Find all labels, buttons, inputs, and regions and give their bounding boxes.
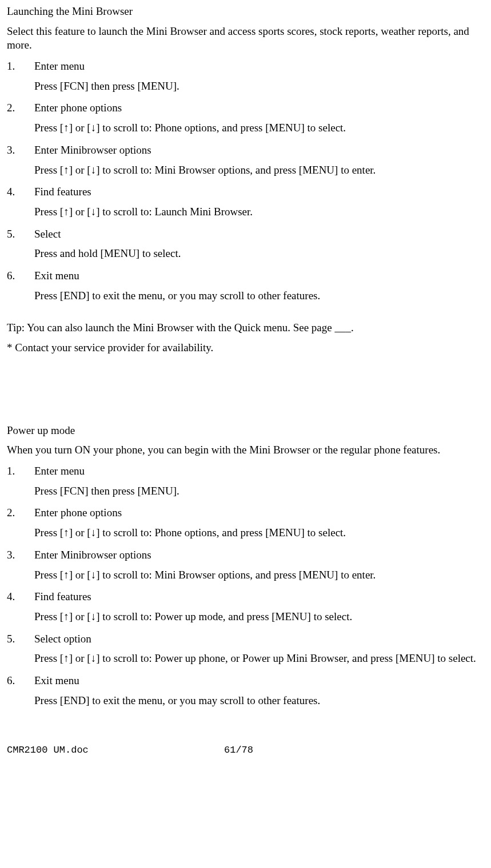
step-title: Enter phone options xyxy=(34,101,484,115)
step-item: 6. Exit menu Press [END] to exit the men… xyxy=(7,269,484,305)
step-item: 4. Find features Press [↑] or [↓] to scr… xyxy=(7,590,484,626)
step-desc: Press [↑] or [↓] to scroll to: Power up … xyxy=(34,652,484,666)
footnote-text: * Contact your service provider for avai… xyxy=(7,341,484,355)
step-desc: Press [FCN] then press [MENU]. xyxy=(34,79,484,94)
step-title: Exit menu xyxy=(34,269,484,283)
step-title: Exit menu xyxy=(34,674,484,688)
step-desc: Press [↑] or [↓] to scroll to: Mini Brow… xyxy=(34,163,484,178)
step-list-1: 1. Enter menu Press [FCN] then press [ME… xyxy=(7,59,484,305)
step-desc: Press [END] to exit the menu, or you may… xyxy=(34,289,484,303)
step-item: 5. Select option Press [↑] or [↓] to scr… xyxy=(7,632,484,668)
step-number: 1. xyxy=(7,464,34,500)
step-number: 6. xyxy=(7,674,34,710)
step-desc: Press [↑] or [↓] to scroll to: Launch Mi… xyxy=(34,205,484,219)
step-title: Enter Minibrowser options xyxy=(34,143,484,158)
step-number: 2. xyxy=(7,506,34,542)
page-footer: CMR2100 UM.doc 61/78 xyxy=(7,744,484,757)
step-title: Enter menu xyxy=(34,59,484,74)
step-item: 6. Exit menu Press [END] to exit the men… xyxy=(7,674,484,710)
footer-page-number: 61/78 xyxy=(224,744,253,757)
step-item: 1. Enter menu Press [FCN] then press [ME… xyxy=(7,464,484,500)
footer-filename: CMR2100 UM.doc xyxy=(7,744,224,757)
step-title: Enter Minibrowser options xyxy=(34,548,484,562)
step-title: Enter menu xyxy=(34,464,484,479)
step-item: 4. Find features Press [↑] or [↓] to scr… xyxy=(7,185,484,221)
step-title: Enter phone options xyxy=(34,506,484,520)
step-desc: Press [↑] or [↓] to scroll to: Phone opt… xyxy=(34,526,484,540)
step-number: 5. xyxy=(7,632,34,668)
step-title: Find features xyxy=(34,185,484,199)
step-list-2: 1. Enter menu Press [FCN] then press [ME… xyxy=(7,464,484,710)
section-intro-2: When you turn ON your phone, you can beg… xyxy=(7,443,484,457)
step-number: 1. xyxy=(7,59,34,95)
section-intro-1: Select this feature to launch the Mini B… xyxy=(7,25,484,53)
step-title: Select xyxy=(34,227,484,242)
step-item: 5. Select Press and hold [MENU] to selec… xyxy=(7,227,484,263)
step-desc: Press [FCN] then press [MENU]. xyxy=(34,484,484,499)
step-desc: Press [END] to exit the menu, or you may… xyxy=(34,694,484,708)
step-number: 3. xyxy=(7,143,34,179)
step-number: 3. xyxy=(7,548,34,584)
step-number: 4. xyxy=(7,185,34,221)
tip-text: Tip: You can also launch the Mini Browse… xyxy=(7,321,484,335)
section-title-2: Power up mode xyxy=(7,424,484,438)
step-title: Select option xyxy=(34,632,484,646)
step-desc: Press [↑] or [↓] to scroll to: Mini Brow… xyxy=(34,568,484,582)
step-desc: Press [↑] or [↓] to scroll to: Power up … xyxy=(34,610,484,624)
step-desc: Press [↑] or [↓] to scroll to: Phone opt… xyxy=(34,121,484,135)
step-number: 2. xyxy=(7,101,34,137)
step-item: 2. Enter phone options Press [↑] or [↓] … xyxy=(7,101,484,137)
step-item: 2. Enter phone options Press [↑] or [↓] … xyxy=(7,506,484,542)
step-desc: Press and hold [MENU] to select. xyxy=(34,247,484,261)
step-item: 1. Enter menu Press [FCN] then press [ME… xyxy=(7,59,484,95)
step-item: 3. Enter Minibrowser options Press [↑] o… xyxy=(7,143,484,179)
step-number: 6. xyxy=(7,269,34,305)
step-title: Find features xyxy=(34,590,484,604)
step-number: 5. xyxy=(7,227,34,263)
section-title-1: Launching the Mini Browser xyxy=(7,5,484,19)
step-item: 3. Enter Minibrowser options Press [↑] o… xyxy=(7,548,484,584)
step-number: 4. xyxy=(7,590,34,626)
